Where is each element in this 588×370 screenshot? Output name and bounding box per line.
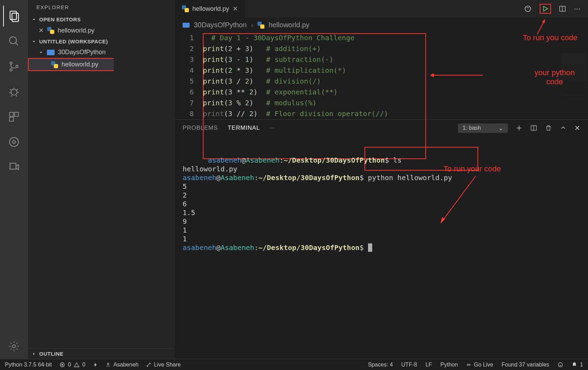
svg-point-13 <box>13 345 16 348</box>
editor-area: helloworld.py ✕ ··· 30DaysOfPython › <box>175 0 588 359</box>
shell-label: 1: bash <box>463 125 481 131</box>
svg-line-3 <box>15 43 18 45</box>
activity-bar <box>0 0 28 359</box>
panel-more-icon[interactable]: ··· <box>270 124 275 131</box>
status-liveshare[interactable]: Live Share <box>146 362 181 368</box>
workspace-label: UNTITLED (WORKSPACE) <box>39 38 108 44</box>
tab-close-icon[interactable]: ✕ <box>233 5 238 13</box>
python-file-icon <box>47 27 54 34</box>
status-feedback-icon[interactable] <box>558 362 563 368</box>
svg-point-11 <box>9 137 19 147</box>
status-eol[interactable]: LF <box>425 362 432 368</box>
status-bolt-icon[interactable] <box>93 362 98 367</box>
open-editors-header[interactable]: OPEN EDITORS <box>28 14 175 24</box>
gitlens-toggle-icon[interactable] <box>524 5 532 13</box>
svg-point-14 <box>525 6 531 12</box>
svg-point-5 <box>10 69 12 71</box>
tab-problems[interactable]: PROBLEMS <box>183 124 218 131</box>
svg-point-30 <box>107 363 109 365</box>
svg-marker-18 <box>542 20 545 23</box>
explorer-sidebar: EXPLORER OPEN EDITORS ✕ helloworld.py UN… <box>28 0 175 359</box>
python-file-icon <box>51 61 58 68</box>
file-row-selected[interactable]: helloworld.py <box>28 58 114 71</box>
settings-gear-icon[interactable] <box>3 336 24 357</box>
svg-rect-1 <box>12 13 18 22</box>
breadcrumb[interactable]: 30DaysOfPython › helloworld.py <box>175 17 588 33</box>
terminal-output[interactable]: asabeneh@Asabeneh:~/Desktop/30DaysOfPyth… <box>175 136 588 254</box>
explorer-icon[interactable] <box>3 6 24 27</box>
close-icon[interactable]: ✕ <box>38 27 44 34</box>
svg-rect-9 <box>14 112 18 116</box>
tab-terminal[interactable]: TERMINAL <box>228 124 260 131</box>
svg-point-12 <box>13 141 16 144</box>
open-editor-filename: helloworld.py <box>58 27 94 34</box>
debug-icon[interactable] <box>3 81 24 102</box>
status-python-version[interactable]: Python 3.7.5 64-bit <box>5 362 52 368</box>
status-user[interactable]: Asabeneh <box>106 362 139 368</box>
svg-rect-10 <box>9 117 13 121</box>
status-encoding[interactable]: UTF-8 <box>401 362 417 368</box>
svg-point-2 <box>9 37 16 44</box>
status-golive[interactable]: Go Live <box>466 362 493 368</box>
outline-label: OUTLINE <box>39 351 63 357</box>
annotation-your-code: your python code <box>534 68 575 87</box>
panel-tabs: PROBLEMS TERMINAL ··· 1: bash ⌄ ✕ <box>175 120 588 136</box>
svg-point-4 <box>10 62 12 64</box>
run-code-button[interactable] <box>540 4 551 14</box>
svg-rect-0 <box>10 11 16 20</box>
sidebar-title: EXPLORER <box>28 0 175 14</box>
folder-row[interactable]: 30DaysOfPython <box>28 47 175 58</box>
svg-point-6 <box>16 65 18 67</box>
more-actions-icon[interactable]: ··· <box>574 4 580 13</box>
python-file-icon <box>182 5 189 12</box>
svg-point-32 <box>558 363 562 367</box>
folder-icon <box>183 23 190 28</box>
shell-selector[interactable]: 1: bash ⌄ <box>458 123 508 133</box>
svg-marker-20 <box>430 73 434 77</box>
outline-header[interactable]: OUTLINE <box>28 348 175 359</box>
file-name: helloworld.py <box>62 61 98 68</box>
workspace-header[interactable]: UNTITLED (WORKSPACE) <box>28 36 175 47</box>
maximize-panel-icon[interactable] <box>560 124 567 131</box>
open-editors-label: OPEN EDITORS <box>39 16 81 22</box>
status-problems[interactable]: 0 0 <box>59 362 85 368</box>
breadcrumb-file: helloworld.py <box>269 21 310 29</box>
chevron-updown-icon: ⌄ <box>498 125 503 131</box>
folder-name: 30DaysOfPython <box>58 49 106 56</box>
gitlens-icon[interactable] <box>3 131 24 152</box>
svg-point-7 <box>11 89 17 95</box>
search-icon[interactable] <box>3 31 24 52</box>
svg-rect-8 <box>9 112 13 116</box>
chevron-right-icon: › <box>251 21 253 29</box>
status-found-variables[interactable]: Found 37 variables <box>502 362 549 368</box>
breadcrumb-folder: 30DaysOfPython <box>194 21 247 29</box>
extensions-icon[interactable] <box>3 106 24 127</box>
tab-helloworld[interactable]: helloworld.py ✕ <box>175 0 245 17</box>
bottom-panel: PROBLEMS TERMINAL ··· 1: bash ⌄ ✕ asa <box>175 119 588 359</box>
trash-icon[interactable] <box>545 124 552 131</box>
code-editor[interactable]: 12345678 # Day 1 - 30DaysOfPython Challe… <box>175 33 588 119</box>
tabs-row: helloworld.py ✕ ··· <box>175 0 588 17</box>
line-gutter: 12345678 <box>178 33 203 119</box>
open-editor-item[interactable]: ✕ helloworld.py <box>28 24 175 36</box>
svg-point-31 <box>468 364 469 365</box>
close-panel-icon[interactable]: ✕ <box>574 124 580 132</box>
tab-filename: helloworld.py <box>192 5 229 13</box>
status-bar: Python 3.7.5 64-bit 0 0 Asabeneh Live Sh… <box>0 359 588 370</box>
split-editor-icon[interactable] <box>559 5 566 13</box>
source-control-icon[interactable] <box>3 56 24 77</box>
status-notifications[interactable]: 1 <box>572 362 583 368</box>
status-spaces[interactable]: Spaces: 4 <box>368 362 393 368</box>
python-file-icon <box>257 22 264 29</box>
status-language[interactable]: Python <box>440 362 458 368</box>
new-terminal-icon[interactable] <box>516 124 523 131</box>
annotation-run-button: To run you code <box>523 33 578 42</box>
liveshare-activity-icon[interactable] <box>3 157 24 178</box>
folder-icon <box>47 50 55 55</box>
split-terminal-icon[interactable] <box>530 124 537 131</box>
